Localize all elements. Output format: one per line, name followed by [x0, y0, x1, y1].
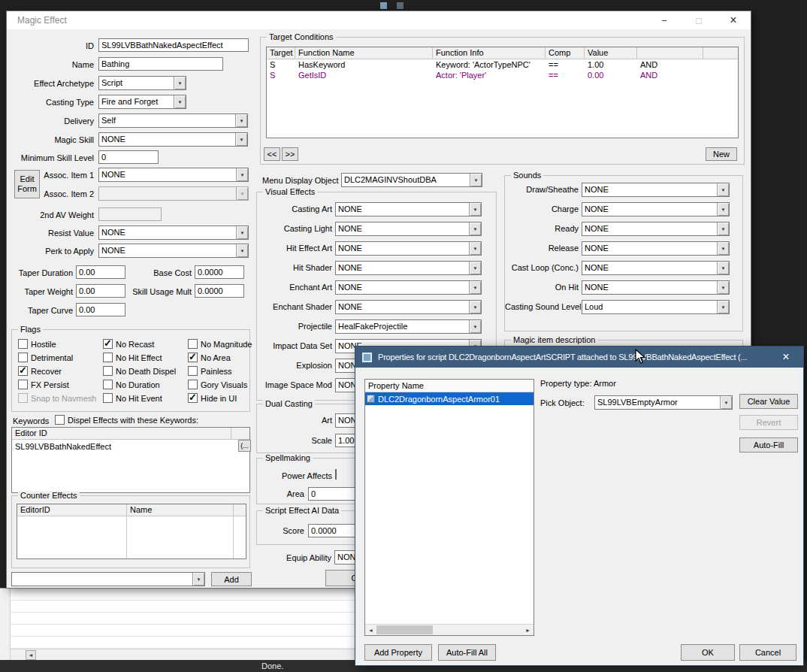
keyword-item[interactable]: SL99LVBBathNakedEffect [15, 442, 111, 452]
ok-button[interactable]: OK [681, 644, 735, 661]
ready-select[interactable]: NONE▼ [582, 222, 730, 236]
flag-no-duration[interactable]: No Duration [103, 380, 160, 389]
delivery-select[interactable]: Self▼ [98, 114, 248, 128]
flag-gory-visuals[interactable]: Gory Visuals [188, 380, 247, 389]
charge-select[interactable]: NONE▼ [582, 202, 730, 216]
chevron-down-icon: ▼ [174, 95, 186, 108]
conditions-col-operator[interactable] [637, 47, 703, 59]
hscroll-right-icon[interactable]: ► [522, 625, 533, 635]
enchant-shader-label: Enchant Shader [258, 302, 332, 312]
close-icon[interactable]: × [769, 347, 803, 368]
chevron-down-icon: ▼ [469, 242, 481, 255]
cancel-button[interactable]: Cancel [739, 644, 796, 661]
flag-recover[interactable]: Recover [18, 366, 62, 376]
chevron-down-icon: ▼ [717, 222, 729, 235]
perk-to-apply-select[interactable]: NONE▼ [98, 244, 249, 258]
flag-fx-persist[interactable]: FX Persist [18, 380, 69, 389]
flag-no-hit-effect[interactable]: No Hit Effect [103, 353, 162, 362]
flag-hide-in-ui[interactable]: Hide in UI [188, 393, 237, 403]
menu-display-object-select[interactable]: DLC2MAGINVShoutDBA▼ [341, 173, 482, 187]
conditions-col-function-info[interactable]: Function Info [433, 47, 546, 59]
chevron-down-icon: ▼ [235, 133, 247, 146]
conditions-prev-button[interactable]: << [264, 147, 280, 161]
casting-art-select[interactable]: NONE▼ [335, 202, 482, 216]
release-select[interactable]: NONE▼ [582, 241, 730, 256]
on-hit-select[interactable]: NONE▼ [582, 280, 730, 295]
dialog-titlebar[interactable]: Properties for script DLC2DragonbornAspe… [355, 347, 803, 368]
flag-no-recast[interactable]: No Recast [103, 339, 154, 349]
condition-row[interactable]: S GetIsID Actor: 'Player' == 0.00 AND [267, 70, 738, 80]
hscroll-left-icon[interactable]: ◄ [365, 625, 376, 635]
property-list-header[interactable]: Property Name [365, 380, 533, 392]
hscroll-left-icon[interactable]: ◄ [26, 650, 36, 660]
draw-sheathe-select[interactable]: NONE▼ [582, 183, 730, 197]
conditions-col-target[interactable]: Target [267, 47, 295, 59]
conditions-next-button[interactable]: >> [282, 147, 298, 161]
clear-value-button[interactable]: Clear Value [739, 394, 798, 409]
cast-loop-select[interactable]: NONE▼ [582, 261, 730, 275]
flag-hostile[interactable]: Hostile [18, 339, 56, 349]
flag-no-hit-event[interactable]: No Hit Event [103, 393, 162, 403]
chevron-down-icon: ▼ [469, 320, 481, 333]
counter-effects-table[interactable]: EditorID Name [17, 504, 246, 559]
counter-col-name[interactable]: Name [127, 504, 234, 516]
projectile-select[interactable]: HealFakeProjectile▼ [335, 319, 482, 334]
base-cost-input[interactable]: 0.0000 [195, 265, 244, 279]
conditions-col-value[interactable]: Value [585, 47, 637, 59]
effect-archetype-select[interactable]: Script▼ [98, 76, 186, 90]
casting-light-select[interactable]: NONE▼ [335, 222, 482, 236]
minimize-button[interactable]: − [647, 11, 682, 29]
conditions-col-function-name[interactable]: Function Name [295, 47, 433, 59]
add-property-button[interactable]: Add Property [364, 644, 432, 661]
add-counter-effect-button[interactable]: Add [211, 572, 252, 586]
enchant-shader-select[interactable]: NONE▼ [335, 300, 482, 314]
taper-curve-input[interactable]: 0.00 [76, 303, 125, 316]
power-affects-checkbox[interactable] [335, 469, 337, 480]
flag-no-magnitude[interactable]: No Magnitude [188, 339, 252, 349]
skill-usage-mult-input[interactable]: 0.0000 [195, 284, 244, 298]
chevron-down-icon: ▼ [235, 114, 247, 127]
auto-fill-button[interactable]: Auto-Fill [739, 437, 798, 453]
taper-duration-input[interactable]: 0.00 [76, 265, 125, 279]
conditions-table[interactable]: Target Function Name Function Info Comp … [266, 47, 739, 138]
assoc-item-1-select[interactable]: NONE▼ [98, 168, 249, 182]
counter-effect-picker[interactable]: ▼ [11, 572, 205, 586]
min-skill-input[interactable]: 0 [98, 150, 159, 164]
hit-shader-select[interactable]: NONE▼ [335, 261, 482, 275]
maximize-button[interactable]: □ [682, 11, 716, 29]
id-input[interactable]: SL99LVBBathNakedAspectEffect [98, 38, 249, 52]
counter-col-editor-id[interactable]: EditorID [17, 504, 127, 516]
keywords-list[interactable]: Editor ID SL99LVBBathNakedEffect [11, 427, 250, 493]
conditions-new-button[interactable]: New [706, 147, 737, 161]
enchant-art-select[interactable]: NONE▼ [335, 280, 482, 295]
taper-weight-input[interactable]: 0.00 [76, 284, 125, 298]
pick-object-select[interactable]: SL99LVBEmptyArmor▼ [594, 395, 733, 410]
magic-skill-select[interactable]: NONE▼ [98, 132, 248, 147]
keyword-more-button[interactable]: (... [238, 440, 251, 452]
casting-sound-level-select[interactable]: Loud▼ [582, 300, 730, 314]
conditions-col-comp[interactable]: Comp [546, 47, 585, 59]
flag-detrimental[interactable]: Detrimental [18, 353, 73, 362]
chevron-down-icon: ▼ [717, 301, 729, 313]
background-hscrollbar[interactable]: ◄ [11, 649, 355, 660]
close-button[interactable]: × [716, 11, 751, 29]
keywords-list-header-spacer [231, 428, 249, 440]
condition-row[interactable]: S HasKeyword Keyword: 'ActorTypeNPC' == … [267, 59, 738, 70]
auto-fill-all-button[interactable]: Auto-Fill All [438, 644, 496, 661]
name-input[interactable]: Bathing [98, 57, 223, 71]
dispel-keywords-checkbox[interactable]: Dispel Effects with these Keywords: [55, 415, 198, 425]
property-list[interactable]: Property Name DLC2DragonbornAspectArmor0… [364, 379, 534, 636]
flag-painless[interactable]: Painless [188, 366, 232, 376]
hscroll-thumb[interactable] [376, 625, 433, 634]
casting-type-select[interactable]: Fire and Forget▼ [98, 95, 186, 109]
property-icon [367, 395, 375, 403]
magic-item-description-title: Magic item description [511, 335, 597, 345]
keywords-list-header[interactable]: Editor ID [12, 428, 231, 440]
resist-value-select[interactable]: NONE▼ [98, 226, 249, 240]
magic-effect-titlebar[interactable]: Magic Effect − □ × [7, 11, 751, 29]
property-row[interactable]: DLC2DragonbornAspectArmor01 [365, 392, 533, 405]
flag-no-death-dispel[interactable]: No Death Dispel [103, 366, 176, 376]
hit-effect-art-select[interactable]: NONE▼ [335, 241, 482, 256]
flag-no-area[interactable]: No Area [188, 353, 231, 362]
property-list-hscrollbar[interactable]: ◄ ► [365, 624, 533, 635]
